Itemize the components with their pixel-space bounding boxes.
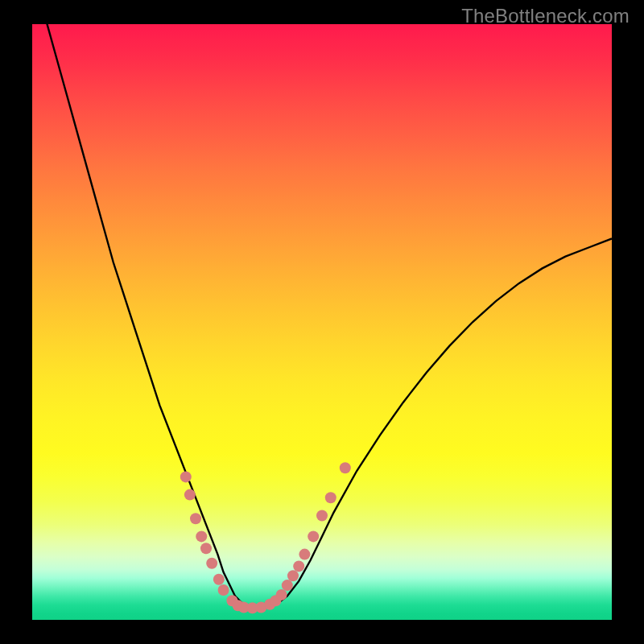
highlight-dot <box>316 510 328 522</box>
highlight-dot <box>180 471 192 482</box>
plot-area <box>32 24 612 620</box>
highlight-dot <box>276 589 287 601</box>
highlight-dot <box>190 513 201 524</box>
chart-frame: TheBottleneck.com <box>0 0 644 644</box>
highlight-dot <box>206 558 217 569</box>
highlight-dot <box>196 530 207 542</box>
highlight-dot <box>200 543 212 554</box>
highlight-dot <box>287 570 299 581</box>
highlight-dots <box>180 462 351 613</box>
highlight-dot <box>184 489 196 501</box>
highlight-dot <box>218 584 229 596</box>
highlight-dot <box>293 560 304 572</box>
highlight-dot <box>213 574 225 585</box>
curve-svg <box>32 24 612 620</box>
highlight-dot <box>299 549 310 560</box>
highlight-dot <box>308 530 319 542</box>
highlight-dot <box>325 492 336 503</box>
highlight-dot <box>282 580 293 591</box>
highlight-dot <box>340 462 351 473</box>
